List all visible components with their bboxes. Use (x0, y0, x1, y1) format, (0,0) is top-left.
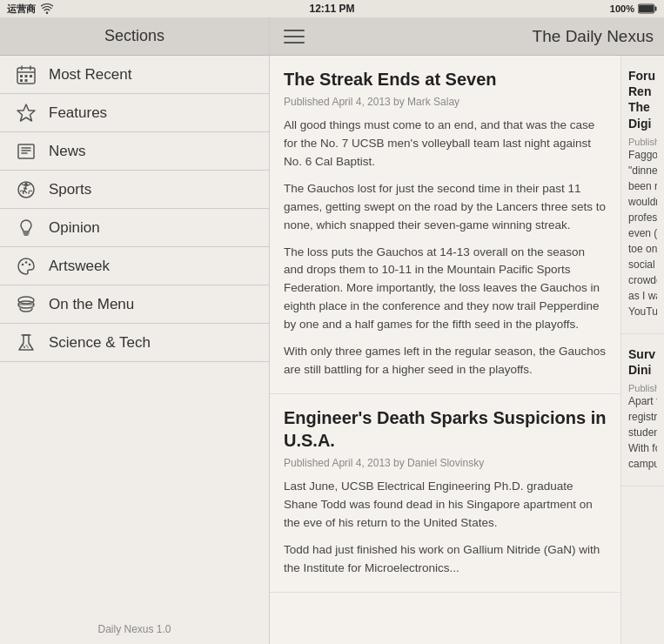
carrier-label: 运营商 (7, 3, 36, 16)
article-2-body: Last June, UCSB Electrical Engineering P… (284, 478, 607, 578)
svg-rect-13 (18, 144, 34, 158)
right-article-2-meta: Published (628, 383, 657, 393)
sidebar-item-opinion-label: Opinion (49, 219, 100, 237)
star-icon (14, 101, 38, 125)
right-article-2: SurvDini Published Apart fregistrastuden… (621, 334, 664, 486)
sidebar-item-science-tech-label: Science & Tech (49, 334, 151, 352)
svg-point-33 (27, 346, 29, 348)
status-time: 12:11 PM (309, 3, 354, 15)
status-bar: 运营商 12:11 PM 100% (0, 0, 664, 17)
right-article-1: ForuRenTheDigi Published Faggot"dinnebee… (621, 56, 664, 334)
article-2-para-2: Todd had just finished his work on Galli… (284, 541, 607, 578)
burger-icon (14, 292, 38, 317)
articles-scroll[interactable]: The Streak Ends at Seven Published April… (270, 56, 664, 644)
main-layout: Sections Most Recent (0, 17, 664, 644)
svg-rect-2 (655, 7, 657, 11)
sidebar-item-opinion[interactable]: Opinion (0, 209, 269, 247)
content-header: The Daily Nexus (270, 17, 664, 56)
svg-line-21 (24, 191, 27, 193)
article-1-meta: Published April 4, 2013 by Mark Salay (284, 96, 607, 108)
article-card-1[interactable]: The Streak Ends at Seven Published April… (270, 56, 620, 394)
article-1-body: All good things must come to an end, and… (284, 117, 607, 379)
hamburger-button[interactable] (280, 23, 308, 50)
article-2-meta: Published April 4, 2013 by Daniel Slovin… (284, 457, 607, 469)
content-title: The Daily Nexus (319, 27, 654, 46)
svg-rect-10 (20, 79, 23, 82)
svg-point-18 (24, 183, 28, 186)
hamburger-line-2 (284, 36, 305, 37)
article-2-title: Engineer's Death Sparks Suspicions in U.… (284, 406, 607, 452)
svg-point-28 (18, 297, 34, 304)
bulb-icon (14, 216, 38, 240)
hamburger-line-1 (284, 30, 305, 31)
sidebar-item-on-the-menu[interactable]: On the Menu (0, 285, 269, 324)
svg-rect-9 (30, 75, 32, 77)
sidebar-title: Sections (104, 27, 164, 45)
article-1-title: The Streak Ends at Seven (284, 68, 607, 91)
right-article-1-body: Faggot"dinnebeen rwouldnprofesseven (rto… (628, 147, 657, 319)
content-area: The Daily Nexus The Streak Ends at Seven… (270, 17, 664, 644)
article-card-2[interactable]: Engineer's Death Sparks Suspicions in U.… (270, 394, 620, 593)
battery-label: 100% (610, 3, 634, 14)
svg-rect-7 (20, 75, 23, 77)
palette-icon (14, 254, 38, 278)
sidebar-item-features[interactable]: Features (0, 94, 269, 132)
articles-column: The Streak Ends at Seven Published April… (270, 56, 620, 644)
svg-point-25 (22, 263, 24, 265)
sidebar-item-science-tech[interactable]: Science & Tech (0, 324, 269, 362)
hamburger-line-3 (284, 42, 305, 44)
svg-point-26 (25, 261, 28, 264)
sidebar-item-news-label: News (49, 143, 86, 160)
article-1-para-4: With only three games left in the regula… (284, 343, 607, 379)
sidebar-header: Sections (0, 17, 269, 56)
svg-rect-11 (25, 79, 28, 82)
sidebar-item-artsweek[interactable]: Artsweek (0, 247, 269, 285)
calendar-icon (14, 63, 38, 87)
flask-icon (14, 331, 38, 355)
sidebar: Sections Most Recent (0, 17, 270, 644)
sidebar-item-sports-label: Sports (49, 181, 91, 198)
sidebar-item-most-recent[interactable]: Most Recent (0, 56, 269, 94)
status-right: 100% (610, 3, 657, 14)
svg-rect-1 (639, 5, 654, 12)
svg-point-27 (29, 263, 31, 265)
sidebar-item-artsweek-label: Artsweek (49, 258, 110, 275)
newspaper-icon (14, 139, 38, 164)
wifi-icon (41, 3, 53, 14)
right-article-2-body: Apart fregistrastudenWith focampu (628, 393, 657, 472)
article-1-para-3: The loss puts the Gauchos at 14-13 overa… (284, 244, 607, 335)
sidebar-item-most-recent-label: Most Recent (49, 66, 131, 84)
sidebar-item-sports[interactable]: Sports (0, 171, 269, 209)
sidebar-item-features-label: Features (49, 104, 107, 122)
svg-point-32 (23, 346, 25, 348)
sidebar-footer: Daily Nexus 1.0 (0, 614, 269, 644)
sidebar-item-news[interactable]: News (0, 132, 269, 171)
right-article-2-title: SurvDini (628, 346, 657, 378)
article-1-para-2: The Gauchos lost for just the second tim… (284, 180, 607, 235)
svg-marker-12 (17, 104, 35, 121)
status-left: 运营商 (7, 3, 53, 16)
right-partial-column: ForuRenTheDigi Published Faggot"dinnebee… (620, 56, 664, 644)
svg-rect-8 (25, 75, 28, 77)
app-version: Daily Nexus 1.0 (97, 623, 171, 635)
article-2-para-1: Last June, UCSB Electrical Engineering P… (284, 478, 607, 533)
article-1-para-1: All good things must come to an end, and… (284, 117, 607, 171)
sidebar-item-on-the-menu-label: On the Menu (49, 296, 134, 313)
battery-icon (638, 3, 657, 14)
right-article-1-title: ForuRenTheDigi (628, 68, 657, 131)
svg-line-22 (23, 188, 27, 189)
right-article-1-meta: Published (628, 137, 657, 147)
sports-icon (14, 178, 38, 202)
